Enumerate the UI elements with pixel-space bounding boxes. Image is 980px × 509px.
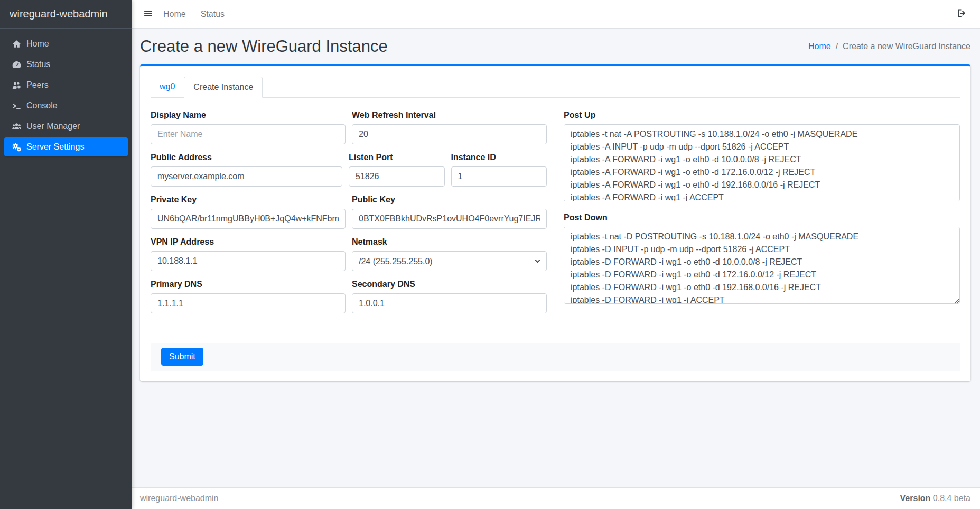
web-refresh-interval-field[interactable]	[352, 124, 547, 144]
version-info: Version 0.8.4 beta	[900, 494, 970, 503]
sidebar-item-server-settings[interactable]: Server Settings	[4, 137, 128, 156]
sidebar-item-label: Status	[26, 60, 50, 69]
sidebar-item-peers[interactable]: Peers	[4, 76, 128, 95]
vpn-ip-label: VPN IP Address	[151, 237, 346, 247]
netmask-select-wrap: /24 (255.255.255.0)	[352, 251, 547, 271]
sidebar-nav: Home Status	[0, 29, 132, 164]
sidebar-item-label: Console	[26, 101, 58, 110]
app-window: wireguard-webadmin Home Status	[0, 0, 980, 509]
primary-dns-label: Primary DNS	[151, 280, 346, 289]
private-key-label: Private Key	[151, 195, 346, 205]
listen-port-label: Listen Port	[349, 153, 445, 162]
hamburger-icon	[144, 9, 153, 20]
public-key-label: Public Key	[352, 195, 547, 205]
breadcrumb-current: Create a new WireGuard Instance	[843, 42, 970, 51]
post-down-label: Post Down	[564, 213, 960, 223]
netmask-select[interactable]: /24 (255.255.255.0)	[352, 251, 547, 271]
secondary-dns-field[interactable]	[352, 293, 547, 313]
breadcrumb: Home / Create a new WireGuard Instance	[808, 42, 970, 51]
breadcrumb-separator: /	[836, 42, 838, 51]
public-address-label: Public Address	[151, 153, 342, 162]
sidebar-item-label: Peers	[26, 80, 49, 90]
listen-port-field[interactable]	[349, 166, 445, 187]
content-header: Create a new WireGuard Instance Home / C…	[140, 29, 970, 64]
sidebar-item-home[interactable]: Home	[4, 34, 128, 53]
primary-dns-field[interactable]	[151, 293, 346, 313]
instance-tabs: wg0 Create Instance	[151, 77, 960, 98]
sidebar-toggle-button[interactable]	[141, 6, 156, 23]
netmask-label: Netmask	[352, 237, 547, 247]
top-navbar: Home Status	[132, 0, 980, 29]
page-title: Create a new WireGuard Instance	[140, 37, 388, 56]
content-wrapper: Create a new WireGuard Instance Home / C…	[132, 29, 980, 487]
sidebar-item-label: Home	[26, 39, 49, 49]
instance-card-body: wg0 Create Instance Display Name	[140, 66, 970, 381]
logout-button[interactable]	[954, 5, 969, 23]
gauge-icon	[8, 60, 24, 69]
topnav-item-home[interactable]: Home	[163, 10, 186, 19]
submit-button[interactable]: Submit	[161, 348, 203, 366]
form-right-column: Post Up iptables -t nat -A POSTROUTING -…	[564, 110, 960, 322]
public-key-field[interactable]	[352, 209, 547, 229]
form-left-column: Display Name Web Refresh Interval	[151, 110, 547, 322]
create-instance-form: Display Name Web Refresh Interval	[151, 98, 960, 322]
sidebar-item-status[interactable]: Status	[4, 55, 128, 74]
sidebar-item-label: User Manager	[26, 122, 80, 131]
web-refresh-interval-label: Web Refresh Interval	[352, 110, 547, 120]
post-up-textarea[interactable]: iptables -t nat -A POSTROUTING -s 10.188…	[564, 124, 960, 201]
sidebar-item-label: Server Settings	[26, 142, 84, 152]
secondary-dns-label: Secondary DNS	[352, 280, 547, 289]
version-label: Version	[900, 494, 931, 503]
display-name-field[interactable]	[151, 124, 346, 144]
brand-link[interactable]: wireguard-webadmin	[0, 0, 132, 29]
sidebar: wireguard-webadmin Home Status	[0, 0, 132, 509]
public-address-field[interactable]	[151, 166, 342, 187]
instance-card: wg0 Create Instance Display Name	[140, 64, 970, 381]
users-icon	[8, 122, 24, 131]
topnav-item-status[interactable]: Status	[201, 10, 225, 19]
gears-icon	[8, 143, 24, 152]
instance-id-field[interactable]	[451, 166, 547, 187]
brand-title: wireguard-webadmin	[10, 8, 108, 20]
page-footer: wireguard-webadmin Version 0.8.4 beta	[132, 487, 980, 509]
terminal-icon	[8, 101, 24, 110]
instance-id-label: Instance ID	[451, 153, 547, 162]
sidebar-item-console[interactable]: Console	[4, 96, 128, 115]
breadcrumb-home-link[interactable]: Home	[808, 42, 831, 51]
post-up-label: Post Up	[564, 110, 960, 120]
private-key-field[interactable]	[151, 209, 346, 229]
main-area: Home Status Create a new WireGuard Insta…	[132, 0, 980, 509]
tab-create-instance[interactable]: Create Instance	[184, 77, 263, 98]
sign-out-icon	[957, 8, 966, 20]
vpn-ip-field[interactable]	[151, 251, 346, 271]
users-gear-icon	[8, 81, 24, 90]
sidebar-item-user-manager[interactable]: User Manager	[4, 117, 128, 136]
version-value: 0.8.4 beta	[933, 494, 970, 503]
home-icon	[8, 40, 24, 49]
tab-wg0[interactable]: wg0	[151, 77, 184, 97]
form-footer-bar: Submit	[151, 343, 960, 371]
post-down-textarea[interactable]: iptables -t nat -D POSTROUTING -s 10.188…	[564, 227, 960, 304]
footer-brand: wireguard-webadmin	[140, 494, 219, 503]
display-name-label: Display Name	[151, 110, 346, 120]
